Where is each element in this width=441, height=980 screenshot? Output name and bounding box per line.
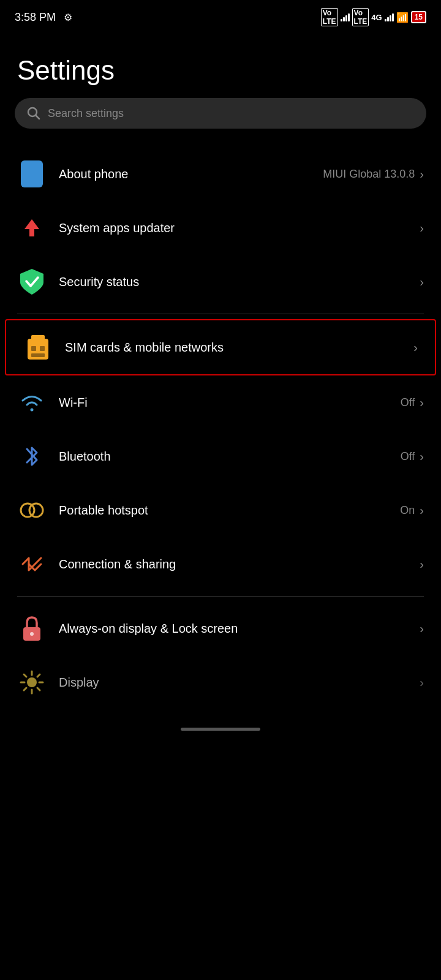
lock-screen-icon — [17, 614, 47, 643]
sim-cards-label: SIM cards & mobile networks — [65, 341, 413, 355]
wifi-chevron: › — [420, 396, 424, 410]
sim-icon — [26, 334, 50, 361]
hotspot-value: On — [400, 504, 415, 517]
divider-2 — [17, 596, 424, 597]
svg-line-17 — [24, 674, 26, 677]
hotspot-icon — [17, 496, 47, 525]
sim-cards-content: SIM cards & mobile networks › — [65, 341, 418, 355]
settings-item-hotspot[interactable]: Portable hotspot On › — [0, 483, 441, 537]
connection-sharing-content: Connection & sharing › — [59, 557, 424, 571]
system-updater-icon — [17, 213, 47, 243]
settings-item-connection-sharing[interactable]: Connection & sharing › — [0, 537, 441, 591]
lock-screen-label: Always-on display & Lock screen — [59, 620, 420, 636]
connection-symbol-icon — [19, 551, 45, 577]
svg-marker-2 — [24, 219, 39, 236]
search-bar[interactable]: Search settings — [15, 98, 426, 129]
svg-rect-4 — [31, 335, 45, 341]
svg-rect-5 — [31, 346, 36, 351]
security-status-content: Security status › — [59, 275, 424, 289]
bluetooth-value: Off — [401, 450, 415, 463]
bluetooth-chevron: › — [420, 450, 424, 464]
sim-cards-icon — [23, 333, 53, 362]
battery-indicator: 15 — [411, 11, 426, 23]
security-status-icon — [17, 267, 47, 296]
svg-line-19 — [37, 674, 40, 677]
system-updater-label: System apps updater — [59, 221, 420, 235]
page-title-area: Settings — [0, 31, 441, 98]
status-icons: VoLTE VoLTE 4G 📶 15 — [321, 8, 426, 26]
search-placeholder: Search settings — [48, 107, 124, 120]
wifi-symbol-icon — [20, 391, 44, 413]
bluetooth-content: Bluetooth Off › — [59, 450, 424, 464]
page-title: Settings — [17, 55, 424, 86]
display-content: Display › — [59, 676, 424, 690]
gear-icon: ⚙ — [64, 12, 72, 23]
arrow-up-icon — [21, 217, 43, 239]
lock-screen-content: Always-on display & Lock screen › — [59, 620, 424, 636]
settings-item-security-status[interactable]: Security status › — [0, 255, 441, 309]
wifi-label: Wi-Fi — [59, 396, 401, 410]
svg-line-1 — [36, 116, 40, 119]
system-updater-chevron: › — [420, 221, 424, 235]
settings-item-about-phone[interactable]: About phone MIUI Global 13.0.8 › — [0, 147, 441, 201]
settings-item-lock-screen[interactable]: Always-on display & Lock screen › — [0, 601, 441, 655]
wifi-content: Wi-Fi Off › — [59, 396, 424, 410]
signal-bars-2 — [385, 13, 394, 21]
svg-point-9 — [29, 503, 43, 517]
wifi-value: Off — [401, 396, 415, 409]
display-label: Display — [59, 676, 420, 690]
hotspot-label: Portable hotspot — [59, 503, 400, 518]
about-phone-icon — [17, 159, 47, 189]
system-updater-content: System apps updater › — [59, 221, 424, 235]
connection-sharing-label: Connection & sharing — [59, 557, 420, 571]
svg-point-11 — [30, 632, 34, 636]
sim-cards-chevron: › — [413, 341, 418, 355]
about-phone-label: About phone — [59, 167, 323, 181]
wifi-icon — [17, 388, 47, 417]
settings-item-display[interactable]: Display › — [0, 655, 441, 709]
network-4g: 4G — [371, 13, 382, 22]
bluetooth-icon — [17, 442, 47, 471]
display-chevron: › — [420, 676, 424, 690]
about-phone-chevron: › — [420, 167, 424, 181]
display-icon — [17, 668, 47, 697]
shield-check-icon — [19, 268, 45, 296]
connection-sharing-icon — [17, 549, 47, 579]
settings-list: About phone MIUI Global 13.0.8 › System … — [0, 147, 441, 709]
svg-line-18 — [37, 688, 40, 690]
status-left: 3:58 PM ⚙ — [15, 11, 72, 24]
status-bar: 3:58 PM ⚙ VoLTE VoLTE 4G 📶 15 — [0, 0, 441, 31]
hotspot-chevron: › — [420, 503, 424, 518]
settings-item-sim-cards[interactable]: SIM cards & mobile networks › — [5, 319, 436, 375]
scroll-indicator — [0, 722, 441, 731]
search-icon — [27, 107, 40, 120]
volte-badge-2: VoLTE — [352, 8, 369, 26]
search-bar-container[interactable]: Search settings — [0, 98, 441, 147]
settings-item-wifi[interactable]: Wi-Fi Off › — [0, 375, 441, 429]
svg-rect-7 — [31, 353, 45, 357]
about-phone-content: About phone MIUI Global 13.0.8 › — [59, 167, 424, 181]
bluetooth-label: Bluetooth — [59, 450, 401, 464]
about-phone-value: MIUI Global 13.0.8 — [323, 168, 415, 181]
settings-item-system-apps-updater[interactable]: System apps updater › — [0, 201, 441, 255]
sun-icon — [20, 670, 44, 695]
svg-rect-6 — [40, 346, 45, 351]
security-status-label: Security status — [59, 275, 420, 289]
divider-1 — [17, 314, 424, 314]
lock-icon — [21, 615, 43, 642]
bluetooth-symbol-icon — [23, 443, 41, 470]
security-status-chevron: › — [420, 275, 424, 289]
scroll-bar — [181, 728, 260, 731]
svg-line-20 — [24, 688, 26, 690]
lock-screen-chevron: › — [420, 622, 424, 636]
volte-badge-1: VoLTE — [321, 8, 338, 26]
hotspot-symbol-icon — [19, 497, 45, 523]
svg-point-12 — [27, 677, 37, 687]
status-time: 3:58 PM — [15, 11, 56, 23]
signal-bars-1 — [341, 13, 350, 21]
settings-item-bluetooth[interactable]: Bluetooth Off › — [0, 429, 441, 483]
connection-sharing-chevron: › — [420, 557, 424, 571]
wifi-status-icon: 📶 — [396, 12, 409, 23]
hotspot-content: Portable hotspot On › — [59, 503, 424, 518]
phone-tablet-icon — [21, 160, 43, 187]
